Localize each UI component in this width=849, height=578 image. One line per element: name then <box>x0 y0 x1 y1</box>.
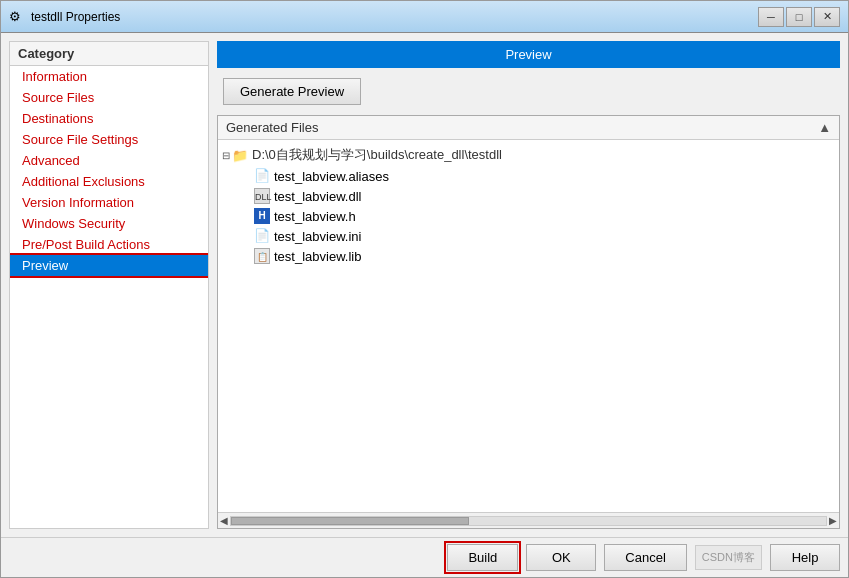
main-content: Category InformationSource FilesDestinat… <box>1 33 848 537</box>
folder-icon: 📁 <box>232 148 248 163</box>
scroll-up-icon[interactable]: ▲ <box>818 120 831 135</box>
file-name: test_labview.aliases <box>274 169 389 184</box>
generate-preview-button[interactable]: Generate Preview <box>223 78 361 105</box>
file-name: test_labview.h <box>274 209 356 224</box>
file-icon: 📄 <box>254 168 270 184</box>
dialog-window: ⚙ testdll Properties ─ □ ✕ Category Info… <box>0 0 849 578</box>
root-path: D:\0自我规划与学习\builds\create_dll\testdll <box>252 146 502 164</box>
scroll-left-icon[interactable]: ◀ <box>220 515 228 526</box>
maximize-button[interactable]: □ <box>786 7 812 27</box>
files-toolbar: Generate Preview <box>217 74 840 109</box>
horizontal-scrollbar[interactable]: ◀ ▶ <box>218 512 839 528</box>
cancel-button[interactable]: Cancel <box>604 544 686 571</box>
sidebar-item-version-information[interactable]: Version Information <box>10 192 208 213</box>
list-item: 📄test_labview.aliases <box>218 166 839 186</box>
ok-button[interactable]: OK <box>526 544 596 571</box>
tree-root-row: ⊟ 📁 D:\0自我规划与学习\builds\create_dll\testdl… <box>218 144 839 166</box>
list-item: Htest_labview.h <box>218 206 839 226</box>
collapse-icon[interactable]: ⊟ <box>222 150 230 161</box>
watermark: CSDN博客 <box>695 545 762 570</box>
file-icon: 📋 <box>254 248 270 264</box>
file-icon: DLL <box>254 188 270 204</box>
files-content[interactable]: ⊟ 📁 D:\0自我规划与学习\builds\create_dll\testdl… <box>218 140 839 512</box>
file-icon: 📄 <box>254 228 270 244</box>
list-item: DLLtest_labview.dll <box>218 186 839 206</box>
sidebar-item-advanced[interactable]: Advanced <box>10 150 208 171</box>
sidebar-item-pre-post-build[interactable]: Pre/Post Build Actions <box>10 234 208 255</box>
sidebar-item-source-files[interactable]: Source Files <box>10 87 208 108</box>
app-icon: ⚙ <box>9 9 25 25</box>
build-button[interactable]: Build <box>447 544 518 571</box>
preview-header: Preview <box>217 41 840 68</box>
file-list: 📄test_labview.aliasesDLLtest_labview.dll… <box>218 166 839 266</box>
title-bar: ⚙ testdll Properties ─ □ ✕ <box>1 1 848 33</box>
sidebar-item-additional-exclusions[interactable]: Additional Exclusions <box>10 171 208 192</box>
file-name: test_labview.lib <box>274 249 361 264</box>
file-icon: H <box>254 208 270 224</box>
help-button[interactable]: Help <box>770 544 840 571</box>
minimize-button[interactable]: ─ <box>758 7 784 27</box>
generated-files-label: Generated Files <box>226 120 319 135</box>
sidebar-item-windows-security[interactable]: Windows Security <box>10 213 208 234</box>
files-header: Generated Files ▲ <box>218 116 839 140</box>
close-button[interactable]: ✕ <box>814 7 840 27</box>
sidebar-item-information[interactable]: Information <box>10 66 208 87</box>
list-item: 📋test_labview.lib <box>218 246 839 266</box>
sidebar-item-source-file-settings[interactable]: Source File Settings <box>10 129 208 150</box>
bottom-bar: Build OK Cancel CSDN博客 Help <box>1 537 848 577</box>
scrollbar-track <box>230 516 827 526</box>
list-item: 📄test_labview.ini <box>218 226 839 246</box>
main-panel: Preview Generate Preview Generated Files… <box>217 41 840 529</box>
scrollbar-thumb[interactable] <box>231 517 469 525</box>
sidebar-header: Category <box>10 42 208 66</box>
file-name: test_labview.dll <box>274 189 361 204</box>
file-name: test_labview.ini <box>274 229 361 244</box>
sidebar-items: InformationSource FilesDestinationsSourc… <box>10 66 208 276</box>
title-bar-controls: ─ □ ✕ <box>758 7 840 27</box>
sidebar: Category InformationSource FilesDestinat… <box>9 41 209 529</box>
sidebar-item-destinations[interactable]: Destinations <box>10 108 208 129</box>
scroll-right-icon[interactable]: ▶ <box>829 515 837 526</box>
title-bar-text: testdll Properties <box>31 10 758 24</box>
sidebar-item-preview[interactable]: Preview <box>10 255 208 276</box>
files-panel: Generated Files ▲ ⊟ 📁 D:\0自我规划与学习\builds… <box>217 115 840 529</box>
